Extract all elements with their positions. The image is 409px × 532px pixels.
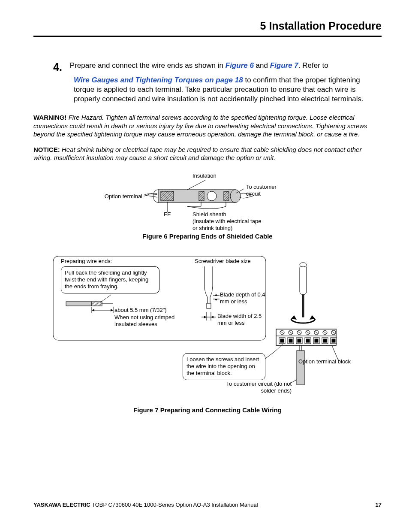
page-header-title: 5 Installation Procedure (33, 20, 382, 37)
figure-7-caption: Figure 7 Preparing and Connecting Cable … (33, 406, 382, 414)
fig7-box-loosen: Loosen the screws and insert the wire in… (183, 353, 265, 380)
footer-page-number: 17 (376, 502, 382, 508)
svg-marker-18 (92, 309, 94, 311)
figure-6-wrap: Insulation Option terminal To customer c… (33, 172, 382, 240)
svg-rect-57 (289, 339, 292, 342)
step-4-continued: Wire Gauges and Tightening Torques on pa… (74, 76, 382, 104)
fig7-label-blade-width: Blade width of 2.5 mm or less (217, 313, 265, 327)
fig7-box-pull-back: Pull back the shielding and lightly twis… (61, 266, 159, 293)
warning-label: WARNING! (33, 114, 67, 121)
figure-6-diagram: Insulation Option terminal To customer c… (102, 172, 313, 228)
notice-block: NOTICE: Heat shrink tubing or electrical… (33, 145, 382, 162)
svg-marker-31 (204, 316, 207, 318)
svg-rect-61 (306, 339, 310, 342)
svg-rect-67 (332, 339, 335, 342)
fig6-label-fe: FE (164, 211, 171, 218)
svg-rect-23 (207, 303, 211, 308)
figure-7-diagram: Preparing wire ends: Pull back the shiel… (49, 252, 366, 402)
svg-marker-32 (211, 316, 214, 318)
svg-rect-33 (300, 265, 307, 295)
fig6-label-shield-3: or shrink tubing) (192, 225, 232, 231)
footer-doc: TOBP C730600 40E 1000-Series Option AO-A… (90, 502, 258, 508)
svg-line-22 (100, 295, 111, 302)
fig6-label-to-customer: To customer circuit (246, 184, 285, 198)
footer-brand: YASKAWA ELECTRIC (33, 502, 90, 508)
fig7-screwdriver-heading: Screwdriver blade size (195, 258, 251, 265)
fig7-label-about: about 5.5 mm (7/32") (114, 307, 179, 314)
figure-7-wrap: Preparing wire ends: Pull back the shiel… (33, 252, 382, 414)
page-footer: YASKAWA ELECTRIC TOBP C730600 40E 1000-S… (33, 502, 382, 508)
svg-point-34 (300, 263, 307, 267)
step-text-b: and (254, 61, 270, 70)
fig6-label-insulation: Insulation (192, 172, 217, 179)
svg-marker-37 (310, 315, 315, 320)
svg-point-6 (207, 191, 217, 201)
warning-text: Fire Hazard. Tighten all terminal screws… (33, 114, 367, 138)
fig7-label-blade-depth: Blade depth of 0.4 mm or less (220, 291, 267, 305)
notice-text: Heat shrink tubing or electrical tape ma… (33, 146, 361, 162)
warning-block: WARNING! Fire Hazard. Tighten all termin… (33, 113, 382, 139)
notice-label: NOTICE: (33, 146, 60, 153)
svg-marker-19 (111, 309, 113, 311)
svg-rect-63 (315, 339, 318, 342)
link-wire-gauges[interactable]: Wire Gauges and Tightening Torques on pa… (74, 76, 243, 84)
svg-rect-4 (199, 191, 204, 201)
link-figure-6[interactable]: Figure 6 (226, 61, 254, 70)
step-text-c: . Refer to (298, 61, 328, 70)
svg-line-7 (187, 180, 205, 190)
svg-rect-14 (66, 302, 92, 306)
fig7-prep-heading: Preparing wire ends: (61, 258, 112, 265)
fig6-label-option-terminal: Option terminal (102, 193, 142, 200)
fig6-label-shield-2: (Insulate with electrical tape (192, 218, 261, 224)
step-4: 4. Prepare and connect the wire ends as … (33, 61, 382, 74)
step-number: 4. (53, 61, 62, 73)
fig7-label-option-terminal-block: Option terminal block (298, 358, 367, 365)
svg-rect-3 (161, 191, 174, 201)
svg-rect-59 (298, 339, 301, 342)
svg-rect-65 (323, 339, 327, 342)
svg-rect-35 (302, 295, 304, 317)
svg-rect-68 (297, 351, 304, 385)
svg-rect-5 (224, 191, 229, 201)
svg-marker-26 (215, 294, 217, 296)
link-figure-7[interactable]: Figure 7 (270, 61, 298, 70)
svg-marker-27 (215, 299, 217, 301)
fig6-label-shield-1: Shield sheath (192, 211, 226, 218)
figure-6-caption: Figure 6 Preparing Ends of Shielded Cabl… (33, 233, 382, 240)
fig7-label-when-not: When not using crimped insulated sleeves (114, 314, 179, 328)
svg-rect-55 (280, 339, 284, 342)
fig7-label-to-customer: To customer circuit (do not solder ends) (219, 381, 292, 395)
svg-marker-36 (291, 315, 297, 320)
step-text-a: Prepare and connect the wire ends as sho… (70, 61, 226, 70)
